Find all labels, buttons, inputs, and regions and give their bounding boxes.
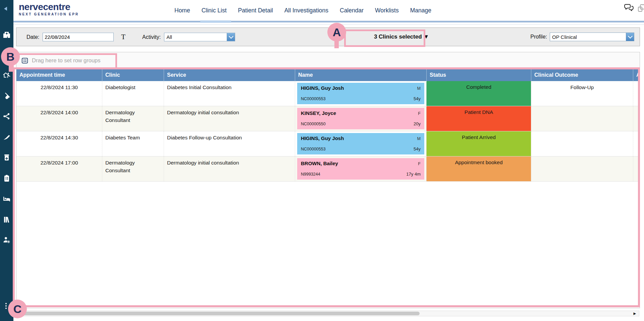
cell-ap bbox=[633, 106, 640, 131]
scalpel-icon[interactable] bbox=[3, 133, 11, 141]
cell-clinical-outcome: Follow-Up bbox=[531, 81, 633, 106]
patient-card[interactable]: BROWN, BaileyF N999324417y 4m bbox=[297, 158, 424, 180]
tab-all-investigations[interactable]: All Investigations bbox=[284, 7, 328, 14]
status-label: Completed bbox=[466, 84, 491, 90]
brand-name: nervecentre bbox=[19, 2, 79, 12]
column-header-status[interactable]: Status bbox=[426, 69, 531, 81]
clipboard-icon[interactable] bbox=[3, 174, 11, 182]
filter-panel: Date: T Activity: All 3 Clinics selected… bbox=[16, 27, 640, 46]
medication-icon[interactable] bbox=[3, 153, 11, 162]
test-tube-icon[interactable] bbox=[3, 92, 11, 100]
patient-card[interactable]: KINSEY, JoyceF NC0000055020y bbox=[297, 108, 424, 129]
tab-worklists[interactable]: Worklists bbox=[375, 7, 399, 14]
patient-age: 17y 4m bbox=[406, 172, 421, 177]
cell-name: KINSEY, JoyceF NC0000055020y bbox=[295, 106, 426, 131]
cell-status: Patient Arrived bbox=[426, 131, 531, 156]
cell-appointment-time: 22/8/2024 14:00 bbox=[16, 106, 102, 131]
patient-name: HIGINS, Guy Josh bbox=[301, 85, 344, 91]
cell-clinical-outcome bbox=[531, 156, 633, 181]
tab-clinic-list[interactable]: Clinic List bbox=[202, 7, 227, 14]
date-input[interactable] bbox=[43, 33, 114, 41]
today-button[interactable]: T bbox=[119, 33, 127, 42]
cell-ap bbox=[633, 81, 640, 106]
status-label: Patient Arrived bbox=[462, 134, 496, 140]
table-row[interactable]: 22/8/2024 14:00 Dermatology Consultant D… bbox=[16, 106, 640, 131]
library-icon[interactable] bbox=[3, 215, 11, 223]
top-right-icons bbox=[624, 3, 644, 13]
bed-icon[interactable] bbox=[3, 195, 11, 203]
nav-divider-bar bbox=[13, 21, 644, 22]
patient-name: BROWN, Bailey bbox=[301, 161, 338, 167]
patient-gender: F bbox=[418, 112, 421, 116]
cell-clinical-outcome bbox=[531, 106, 633, 131]
grid-header: Appointment time Clinic Service Name Sta… bbox=[16, 69, 640, 81]
cell-clinic: Dermatology Consultant bbox=[102, 156, 164, 181]
connections-icon[interactable] bbox=[3, 112, 11, 120]
main-nav: Home Clinic List Patient Detail All Inve… bbox=[174, 0, 431, 21]
kebab-menu-icon[interactable] bbox=[3, 302, 11, 311]
patient-name: HIGINS, Guy Josh bbox=[301, 136, 344, 141]
scrollbar-thumb[interactable] bbox=[17, 312, 420, 315]
table-row[interactable]: 22/8/2024 17:00 Dermatology Consultant D… bbox=[16, 156, 640, 182]
patient-gender: M bbox=[417, 137, 421, 141]
table-row[interactable]: 22/8/2024 11:30 Diabetologist Diabetes I… bbox=[16, 81, 640, 106]
column-header-clinical-outcome[interactable]: Clinical Outcome bbox=[531, 69, 633, 81]
clinic-list-grid: Drag here to set row groups Appointment … bbox=[16, 52, 640, 308]
status-label: Appointment booked bbox=[455, 159, 502, 165]
activity-select[interactable]: All bbox=[164, 33, 235, 41]
patient-age: 54y bbox=[414, 97, 421, 101]
tab-calendar[interactable]: Calendar bbox=[340, 7, 364, 14]
tab-manage[interactable]: Manage bbox=[410, 7, 431, 14]
row-groups-icon bbox=[21, 57, 29, 64]
patient-card[interactable]: HIGINS, Guy JoshM NC0000055354y bbox=[297, 83, 424, 104]
tab-home[interactable]: Home bbox=[174, 7, 190, 14]
hospital-icon[interactable] bbox=[3, 31, 11, 39]
scroll-right-arrow-icon[interactable]: ► bbox=[633, 311, 637, 316]
activity-value: All bbox=[166, 34, 172, 40]
patient-id: NC00000550 bbox=[301, 122, 326, 127]
cell-appointment-time: 22/8/2024 11:30 bbox=[16, 81, 102, 106]
horizontal-scrollbar[interactable] bbox=[16, 311, 639, 316]
discharge-home-icon[interactable] bbox=[3, 71, 11, 79]
top-bar: nervecentre NEXT GENERATION EPR Home Cli… bbox=[13, 0, 644, 21]
patient-card[interactable]: HIGINS, Guy JoshM NC0000055354y bbox=[297, 133, 424, 154]
column-header-appointment-time[interactable]: Appointment time bbox=[16, 69, 102, 81]
cell-clinical-outcome bbox=[531, 131, 633, 156]
cell-name: HIGINS, Guy JoshM NC0000055354y bbox=[295, 81, 426, 106]
column-header-clinic[interactable]: Clinic bbox=[102, 69, 164, 81]
status-label: Patient DNA bbox=[465, 109, 493, 115]
cell-ap bbox=[633, 131, 640, 156]
active-tab-underline bbox=[200, 20, 231, 23]
cell-clinic: Diabetes Team bbox=[102, 131, 164, 156]
brand-tagline: NEXT GENERATION EPR bbox=[19, 12, 79, 16]
date-label: Date: bbox=[26, 34, 39, 40]
activity-dropdown-arrow-icon[interactable] bbox=[227, 33, 235, 41]
clinics-caret-icon: ▼ bbox=[423, 34, 429, 40]
cell-service: Diabetes Follow-up Consultation bbox=[164, 131, 295, 156]
cell-name: HIGINS, Guy JoshM NC0000055354y bbox=[295, 131, 426, 156]
patient-id: NC00000553 bbox=[301, 147, 326, 152]
user-settings-icon[interactable] bbox=[3, 236, 11, 244]
cell-status: Patient DNA bbox=[426, 106, 531, 131]
collapse-sidebar-icon[interactable] bbox=[4, 7, 7, 11]
column-header-ap-truncated[interactable]: Ap bbox=[633, 69, 640, 81]
tab-patient-detail[interactable]: Patient Detail bbox=[238, 7, 273, 14]
cell-service: Dermatology initial consultation bbox=[164, 106, 295, 131]
profile-select[interactable]: OP Clinical bbox=[550, 33, 634, 41]
profile-label: Profile: bbox=[530, 34, 547, 40]
profile-dropdown-arrow-icon[interactable] bbox=[626, 33, 634, 41]
clinics-selected-label: 3 Clinics selected bbox=[374, 34, 422, 40]
row-group-drop-zone[interactable]: Drag here to set row groups bbox=[16, 52, 640, 69]
chat-icon[interactable] bbox=[624, 3, 635, 13]
clinics-selected-dropdown[interactable]: 3 Clinics selected ▼ bbox=[366, 34, 437, 40]
cell-ap bbox=[633, 156, 640, 181]
column-header-service[interactable]: Service bbox=[164, 69, 295, 81]
cell-service: Diabetes Initial Consultation bbox=[164, 81, 295, 106]
profile-value: OP Clinical bbox=[552, 34, 577, 40]
column-header-name[interactable]: Name bbox=[295, 69, 426, 81]
copy-window-icon[interactable] bbox=[637, 4, 644, 12]
patient-gender: M bbox=[417, 86, 421, 91]
sidebar bbox=[0, 0, 13, 321]
cell-status: Appointment booked bbox=[426, 156, 531, 181]
table-row[interactable]: 22/8/2024 14:30 Diabetes Team Diabetes F… bbox=[16, 131, 640, 156]
